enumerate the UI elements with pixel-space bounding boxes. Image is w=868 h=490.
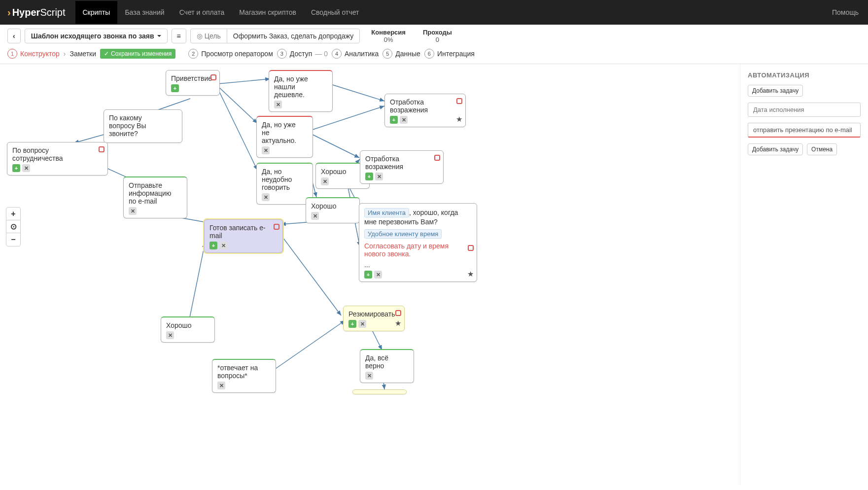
nav-scripts[interactable]: Скрипты [75, 1, 118, 24]
step-constructor[interactable]: 1Конструктор [7, 49, 60, 59]
breadcrumb-notes[interactable]: Заметки [70, 50, 97, 58]
script-toolbar: ‹ Шаблон исходящего звонка по заяв ≡ ◎ Ц… [0, 25, 868, 48]
node-summarize[interactable]: Резюмировать +✕ ★ [343, 306, 405, 331]
node-greeting[interactable]: Приветствие + [166, 70, 220, 96]
node-yes-correct[interactable]: Да, всё верно ✕ [360, 349, 414, 383]
back-button[interactable]: ‹ [7, 29, 21, 43]
delete-button[interactable]: ✕ [219, 242, 227, 249]
automation-panel: АВТОМАТИЗАЦИЯ Добавить задачу Добавить з… [740, 64, 868, 485]
chevron-right-icon: › [7, 7, 11, 18]
nav-billing[interactable]: Счет и оплата [172, 1, 232, 24]
delete-button[interactable]: ✕ [166, 331, 174, 339]
node-objection-1[interactable]: Отработка возражения +✕ ★ [384, 94, 466, 127]
node-ready-email[interactable]: Готов записать e-mail +✕ [204, 219, 283, 253]
node-cooperation[interactable]: По вопросу сотрудничества +✕ [7, 142, 108, 175]
nav-knowledge-base[interactable]: База знаний [117, 1, 172, 24]
add-task-button-top[interactable]: Добавить задачу [748, 85, 803, 97]
step-access[interactable]: 3Доступ — 0 [277, 49, 328, 59]
task-date-input[interactable] [748, 103, 861, 117]
delete-button[interactable]: ✕ [358, 320, 366, 328]
script-title-dropdown[interactable]: Шаблон исходящего звонка по заяв [25, 29, 168, 43]
goal-marker-icon[interactable] [434, 155, 440, 161]
goal-marker-icon[interactable] [456, 98, 462, 104]
delete-button[interactable]: ✕ [22, 164, 30, 172]
canvas[interactable]: + ⊙ − [0, 64, 868, 485]
delete-button[interactable]: ✕ [321, 177, 329, 185]
node-callback-dialog[interactable]: Имя клиента, хорошо, когда мне перезвони… [359, 203, 477, 282]
add-child-button[interactable]: + [12, 164, 20, 172]
logo[interactable]: › HyperScript [7, 7, 66, 18]
delete-button[interactable]: ✕ [365, 372, 373, 380]
node-send-email[interactable]: Отправьте информацию по e-mail ✕ [123, 176, 187, 218]
script-title-text: Шаблон исходящего звонка по заяв [31, 32, 154, 40]
hamburger-icon: ≡ [177, 32, 181, 40]
node-not-relevant[interactable]: Да, но уже не актуально. ✕ [256, 116, 313, 158]
add-child-button[interactable]: + [209, 242, 217, 249]
help-dropdown[interactable]: Помощь [832, 8, 861, 16]
task-text-input[interactable] [748, 123, 861, 138]
zoom-center-button[interactable]: ⊙ [6, 220, 20, 233]
node-title: *отвечает на вопросы* [217, 364, 271, 380]
node-title: Отработка возражения [390, 98, 460, 114]
add-child-button[interactable]: + [348, 320, 356, 328]
add-task-button-bottom[interactable]: Добавить задачу [748, 143, 803, 155]
top-navbar: › HyperScript Скрипты База знаний Счет и… [0, 0, 868, 25]
goal-marker-icon[interactable] [274, 224, 279, 230]
step-analytics[interactable]: 4Аналитика [332, 49, 379, 59]
delete-button[interactable]: ✕ [217, 382, 225, 389]
node-title: Резюмировать [348, 310, 399, 318]
save-changes-button[interactable]: ✓Сохранить изменения [100, 49, 175, 59]
goal-marker-icon[interactable] [468, 245, 474, 251]
node-title: Хорошо [311, 202, 354, 210]
add-child-button[interactable]: + [364, 271, 372, 279]
node-objection-2[interactable]: Отработка возражения +✕ [360, 150, 444, 184]
goal-marker-icon[interactable] [210, 74, 216, 80]
goal-marker-icon[interactable] [395, 310, 401, 316]
node-title: Отработка возражения [365, 155, 438, 171]
add-child-button[interactable]: + [171, 84, 179, 92]
node-partial[interactable] [352, 389, 407, 394]
main-nav: Скрипты База знаний Счет и оплата Магази… [75, 1, 832, 24]
zoom-out-button[interactable]: − [6, 233, 20, 246]
delete-button[interactable]: ✕ [274, 101, 282, 108]
delete-button[interactable]: ✕ [375, 173, 383, 180]
node-title: Хорошо [166, 321, 209, 329]
step-integration[interactable]: 6Интеграция [424, 49, 475, 59]
delete-button[interactable]: ✕ [400, 116, 408, 124]
zoom-in-button[interactable]: + [6, 208, 20, 220]
node-ok-2[interactable]: Хорошо ✕ [306, 197, 360, 223]
node-title: Да, но уже не актуально. [262, 121, 308, 144]
goal-text[interactable]: Оформить Заказ, сделать допродажу [227, 29, 360, 43]
stat-passes: Проходы 0 [423, 29, 452, 43]
step-operator-preview[interactable]: 2Просмотр оператором [188, 49, 273, 59]
add-child-button[interactable]: + [390, 116, 398, 124]
delete-button[interactable]: ✕ [262, 146, 270, 154]
delete-button[interactable]: ✕ [311, 212, 319, 220]
variable-client-time[interactable]: Удобное клиенту время [364, 229, 442, 239]
node-answers[interactable]: *отвечает на вопросы* ✕ [212, 359, 276, 393]
node-title: Да, но уже нашли дешевле. [274, 75, 327, 99]
node-title: Да, но неудобно говорить [262, 168, 308, 191]
goal-label-button[interactable]: ◎ Цель [191, 29, 227, 43]
star-icon[interactable]: ★ [395, 319, 401, 328]
node-bad-time[interactable]: Да, но неудобно говорить ✕ [256, 163, 313, 205]
breadcrumb-sep: › [64, 50, 66, 58]
step-data[interactable]: 5Данные [382, 49, 420, 59]
menu-button[interactable]: ≡ [172, 29, 186, 43]
node-ok-3[interactable]: Хорошо ✕ [161, 316, 215, 343]
star-icon[interactable]: ★ [456, 115, 462, 124]
delete-button[interactable]: ✕ [262, 193, 270, 201]
delete-button[interactable]: ✕ [129, 207, 137, 215]
node-title: Приветствие [171, 74, 214, 82]
add-child-button[interactable]: + [365, 173, 373, 180]
goal-marker-icon[interactable] [99, 146, 104, 152]
nav-script-store[interactable]: Магазин скриптов [232, 1, 304, 24]
nav-summary-report[interactable]: Сводный отчет [304, 1, 366, 24]
delete-button[interactable]: ✕ [374, 271, 382, 279]
node-which-question[interactable]: По какому вопросу Вы звоните? [104, 109, 182, 143]
cancel-button[interactable]: Отмена [807, 143, 837, 155]
node-title: По какому вопросу Вы звоните? [109, 114, 177, 138]
variable-client-name[interactable]: Имя клиента [364, 208, 409, 217]
star-icon[interactable]: ★ [467, 270, 474, 279]
node-found-cheaper[interactable]: Да, но уже нашли дешевле. ✕ [269, 70, 333, 112]
